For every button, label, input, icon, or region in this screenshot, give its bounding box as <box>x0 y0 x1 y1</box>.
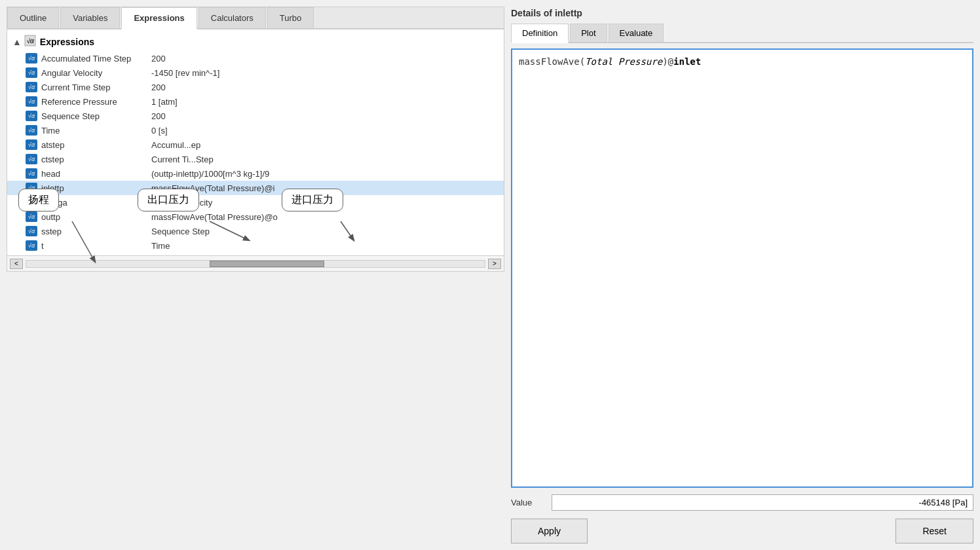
tree-item-12[interactable]: √α sstep Sequence Step <box>7 224 504 238</box>
tree-item-2[interactable]: √α Current Time Step 200 <box>7 80 504 94</box>
tree-item-0[interactable]: √α Accumulated Time Step 200 <box>7 51 504 65</box>
def-part-3: )@ <box>662 56 673 67</box>
expr-icon-5: √α <box>26 125 37 136</box>
item-name-2: Current Time Step <box>41 82 146 92</box>
tab-bar: Outline Variables Expressions Calculator… <box>7 7 504 29</box>
item-name-0: Accumulated Time Step <box>41 54 146 64</box>
item-value-3: 1 [atm] <box>151 97 178 107</box>
item-value-0: 200 <box>151 54 166 64</box>
tree-item-4[interactable]: √α Sequence Step 200 <box>7 109 504 123</box>
definition-text: massFlowAve(Total Pressure)@inlet <box>519 56 966 67</box>
item-value-11: massFlowAve(Total Pressure)@o <box>151 212 278 222</box>
apply-button[interactable]: Apply <box>511 519 588 543</box>
item-name-10: omega <box>41 198 146 208</box>
tree-item-3[interactable]: √α Reference Pressure 1 [atm] <box>7 94 504 109</box>
def-part-2: Total Pressure <box>585 56 662 67</box>
tree-item-9[interactable]: √α inlettp massFlowAve(Total Pressure)@i <box>7 181 504 195</box>
left-panel: Outline Variables Expressions Calculator… <box>7 7 504 272</box>
item-name-8: head <box>41 169 146 179</box>
tab-expressions[interactable]: Expressions <box>121 7 197 29</box>
item-value-9: massFlowAve(Total Pressure)@i <box>151 183 275 193</box>
horizontal-scrollbar[interactable]: < > <box>7 255 504 271</box>
expr-icon-2: √α <box>26 82 37 92</box>
expr-icon-0: √α <box>26 53 37 64</box>
root-icon: √α <box>24 35 36 48</box>
tab-calculators[interactable]: Calculators <box>198 7 266 28</box>
tree-item-1[interactable]: √α Angular Velocity -1450 [rev min^-1] <box>7 65 504 80</box>
expr-icon-13: √α <box>26 240 37 251</box>
scroll-track[interactable] <box>26 260 485 268</box>
svg-text:√α: √α <box>26 37 34 45</box>
expr-icon-10: √α <box>26 197 37 208</box>
details-tab-bar: Definition Plot Evaluate <box>511 24 973 43</box>
details-tab-plot[interactable]: Plot <box>570 24 607 42</box>
item-name-13: t <box>41 241 146 251</box>
expr-icon-6: √α <box>26 139 37 150</box>
tab-turbo[interactable]: Turbo <box>267 7 314 28</box>
def-part-1: massFlowAve( <box>519 56 585 67</box>
details-tab-definition[interactable]: Definition <box>511 24 569 43</box>
expr-icon-7: √α <box>26 154 37 164</box>
right-panel: Details of inlettp Definition Plot Evalu… <box>511 7 973 543</box>
tree-item-13[interactable]: √α t Time <box>7 238 504 253</box>
tree-item-7[interactable]: √α ctstep Current Ti...Step <box>7 152 504 166</box>
item-name-5: Time <box>41 126 146 136</box>
tree-item-6[interactable]: √α atstep Accumul...ep <box>7 138 504 152</box>
scroll-thumb[interactable] <box>210 261 324 267</box>
tree-item-8[interactable]: √α head (outtp-inlettp)/1000[m^3 kg-1]/9 <box>7 166 504 181</box>
reset-button[interactable]: Reset <box>895 519 973 543</box>
item-value-2: 200 <box>151 82 166 92</box>
value-field[interactable] <box>552 494 973 511</box>
tab-outline[interactable]: Outline <box>7 7 59 28</box>
scroll-left-button[interactable]: < <box>10 259 23 269</box>
item-name-9: inlettp <box>41 183 146 193</box>
item-name-12: sstep <box>41 227 146 236</box>
details-title-prefix: Details of <box>511 8 555 18</box>
definition-area[interactable]: massFlowAve(Total Pressure)@inlet <box>511 48 973 488</box>
tree-root[interactable]: ▲ √α Expressions <box>7 32 504 51</box>
item-name-7: ctstep <box>41 155 146 164</box>
value-row: Value <box>511 494 973 511</box>
item-name-3: Reference Pressure <box>41 97 146 107</box>
expr-icon-4: √α <box>26 111 37 121</box>
item-name-1: Angular Velocity <box>41 68 146 78</box>
item-name-6: atstep <box>41 140 146 150</box>
expr-icon-8: √α <box>26 168 37 179</box>
expr-icon-11: √α <box>26 211 37 222</box>
item-value-12: Sequence Step <box>151 227 210 236</box>
expr-icon-3: √α <box>26 96 37 107</box>
item-value-5: 0 [s] <box>151 126 168 136</box>
item-value-10: Angular Velocity <box>151 198 212 208</box>
expr-icon-9: √α <box>26 183 37 193</box>
collapse-arrow[interactable]: ▲ <box>12 37 22 47</box>
expr-icon-12: √α <box>26 226 37 236</box>
item-name-4: Sequence Step <box>41 111 146 121</box>
item-value-4: 200 <box>151 111 166 121</box>
tree-root-label: Expressions <box>40 37 94 47</box>
tree-item-5[interactable]: √α Time 0 [s] <box>7 123 504 138</box>
item-value-13: Time <box>151 241 170 251</box>
expr-icon-1: √α <box>26 67 37 78</box>
def-part-4: inlet <box>673 56 701 67</box>
item-value-7: Current Ti...Step <box>151 155 214 164</box>
tree-item-11[interactable]: √α outtp massFlowAve(Total Pressure)@o <box>7 210 504 224</box>
item-name-11: outtp <box>41 212 146 222</box>
scroll-right-button[interactable]: > <box>488 259 501 269</box>
item-value-6: Accumul...ep <box>151 140 200 150</box>
details-title: Details of inlettp <box>511 7 973 18</box>
tree-item-10[interactable]: √α omega Angular Velocity <box>7 195 504 210</box>
details-tab-evaluate[interactable]: Evaluate <box>609 24 664 42</box>
button-row: Apply Reset <box>511 519 973 543</box>
item-value-8: (outtp-inlettp)/1000[m^3 kg-1]/9 <box>151 169 269 179</box>
value-label: Value <box>511 498 544 507</box>
item-value-1: -1450 [rev min^-1] <box>151 68 219 78</box>
details-title-name: inlettp <box>555 8 582 18</box>
tree-area: ▲ √α Expressions √α Accumulated Time Ste… <box>7 29 504 255</box>
tab-variables[interactable]: Variables <box>60 7 120 28</box>
